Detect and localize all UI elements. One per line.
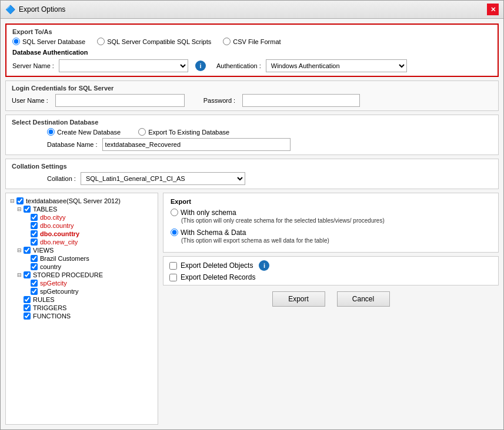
new-city-label: dbo.new_city [40,238,78,246]
schema-data-label: With Schema & Data [181,229,246,237]
bottom-section: ⊟ textdatabasee(SQL Server 2012) ⊟ TABLE… [5,193,499,425]
export-to-as-section: Export To/As SQL Server Database SQL Ser… [5,23,499,77]
tree-root[interactable]: ⊟ textdatabasee(SQL Server 2012) [9,197,154,205]
tree-views[interactable]: ⊟ VIEWS [9,246,154,254]
tree-rules[interactable]: RULES [9,295,154,304]
server-name-label: Server Name : [12,62,54,69]
db-auth-container: Database Authentication Server Name : i … [12,49,492,72]
schema-only-radio-line: With only schema [171,209,491,217]
tables-checkbox[interactable] [24,206,31,213]
tree-brazil-customers[interactable]: Brazil Customers [9,254,154,263]
server-name-combo[interactable] [59,59,188,72]
export-to-as-label: Export To/As [12,28,492,35]
tree-tables[interactable]: ⊟ TABLES [9,205,154,213]
export-existing-option[interactable]: Export To Existing Database [138,128,229,136]
username-input[interactable] [55,94,185,107]
export-options-section: Export With only schema (This option wil… [163,193,499,253]
rules-checkbox[interactable] [24,296,31,303]
tree-spGetcountry[interactable]: spGetcountry [9,287,154,295]
schema-data-option[interactable]: With Schema & Data (This option will exp… [171,229,491,245]
close-button[interactable]: ✕ [487,4,499,15]
sql-scripts-option[interactable]: SQL Server Compatible SQL Scripts [97,38,211,45]
export-buttons-row: Export Cancel [163,291,499,307]
collation-combo[interactable]: SQL_Latin1_General_CP1_CI_AS Latin1_Gene… [81,172,245,185]
export-deleted-records-checkbox[interactable] [169,274,177,281]
auth-label: Authentication : [216,62,261,69]
export-options-window: 🔷 Export Options ✕ Export To/As SQL Serv… [0,0,504,430]
counttry-label: dbo.counttry [40,230,79,237]
spGetcountry-label: spGetcountry [40,288,78,295]
login-credentials-section: Login Credentials for SQL Server User Na… [5,80,499,111]
functions-label: FUNCTIONS [33,313,71,320]
schema-data-radio[interactable] [171,229,178,236]
cancel-button[interactable]: Cancel [337,291,390,307]
spGetcity-checkbox[interactable] [31,280,38,287]
stored-proc-label: STORED PROCEDURE [33,271,103,278]
sql-server-db-label: SQL Server Database [22,38,85,45]
export-deleted-records-row[interactable]: Export Deleted Records [169,273,492,281]
auth-combo-wrapper: Windows Authentication SQL Server Authen… [266,59,407,72]
tree-dbo-new-city[interactable]: dbo.new_city [9,238,154,246]
tree-dbo-country[interactable]: dbo.country [9,221,154,230]
server-name-info-icon[interactable]: i [195,61,206,71]
functions-checkbox[interactable] [24,313,31,320]
main-content: Export To/As SQL Server Database SQL Ser… [1,19,503,429]
dbname-input[interactable] [102,138,291,151]
root-checkbox[interactable] [16,197,24,204]
triggers-label: TRIGGERS [33,304,66,311]
tree-triggers[interactable]: TRIGGERS [9,304,154,312]
schema-data-radio-line: With Schema & Data [171,229,491,237]
country-view-label: country [40,263,61,270]
export-deleted-objects-row[interactable]: Export Deleted Objects i [169,260,492,271]
views-label: VIEWS [33,247,54,254]
schema-only-desc: (This option will only create schema for… [181,217,491,225]
export-format-row: SQL Server Database SQL Server Compatibl… [12,38,492,45]
export-checkboxes-section: Export Deleted Objects i Export Deleted … [163,256,499,285]
schema-only-label: With only schema [181,209,236,217]
export-options-label: Export [171,198,491,205]
country-checkbox[interactable] [31,222,38,229]
schema-only-option[interactable]: With only schema (This option will only … [171,209,491,225]
rules-label: RULES [33,296,55,303]
collation-row: Collation : SQL_Latin1_General_CP1_CI_AS… [12,172,492,185]
deleted-objects-info-icon[interactable]: i [259,260,269,271]
server-name-combo-wrapper [59,59,188,72]
create-new-db-label: Create New Database [57,129,121,136]
export-deleted-objects-label: Export Deleted Objects [181,261,253,270]
sql-scripts-label: SQL Server Compatible SQL Scripts [107,38,211,45]
auth-combo[interactable]: Windows Authentication SQL Server Authen… [266,59,407,72]
tree-functions[interactable]: FUNCTIONS [9,312,154,320]
tree-country-view[interactable]: country [9,263,154,271]
collation-label: Collation : [47,175,76,182]
tree-stored-proc[interactable]: ⊟ STORED PROCEDURE [9,271,154,279]
login-credentials-label: Login Credentials for SQL Server [12,85,492,92]
country-label: dbo.country [40,222,74,229]
stored-proc-checkbox[interactable] [24,271,31,278]
dbname-label: Database Name : [47,141,98,148]
db-auth-row: Server Name : i Authentication : Windows… [12,59,492,72]
tree-spGetcity[interactable]: spGetcity [9,279,154,287]
root-expand-icon: ⊟ [9,198,15,204]
counttry-checkbox[interactable] [31,230,38,237]
spGetcountry-checkbox[interactable] [31,288,38,295]
export-button[interactable]: Export [272,291,325,307]
password-label: Password : [203,97,235,104]
credentials-row: User Name : Password : [12,94,492,107]
csv-format-option[interactable]: CSV File Format [223,38,281,45]
export-deleted-records-label: Export Deleted Records [181,273,255,281]
tree-dbo-counttry[interactable]: dbo.counttry [9,230,154,238]
window-icon: 🔷 [5,5,15,14]
create-new-db-option[interactable]: Create New Database [47,128,121,136]
export-deleted-objects-checkbox[interactable] [169,262,177,270]
collation-section: Collation Settings Collation : SQL_Latin… [5,159,499,189]
password-input[interactable] [242,94,360,107]
views-checkbox[interactable] [24,247,31,254]
schema-only-radio[interactable] [171,209,178,216]
country-view-checkbox[interactable] [31,263,38,270]
sql-server-db-option[interactable]: SQL Server Database [12,38,85,45]
triggers-checkbox[interactable] [24,304,31,311]
new-city-checkbox[interactable] [31,238,38,246]
tree-dbo-cityy[interactable]: dbo.cityy [9,213,154,221]
cityy-checkbox[interactable] [31,214,38,221]
brazil-customers-checkbox[interactable] [31,255,38,262]
